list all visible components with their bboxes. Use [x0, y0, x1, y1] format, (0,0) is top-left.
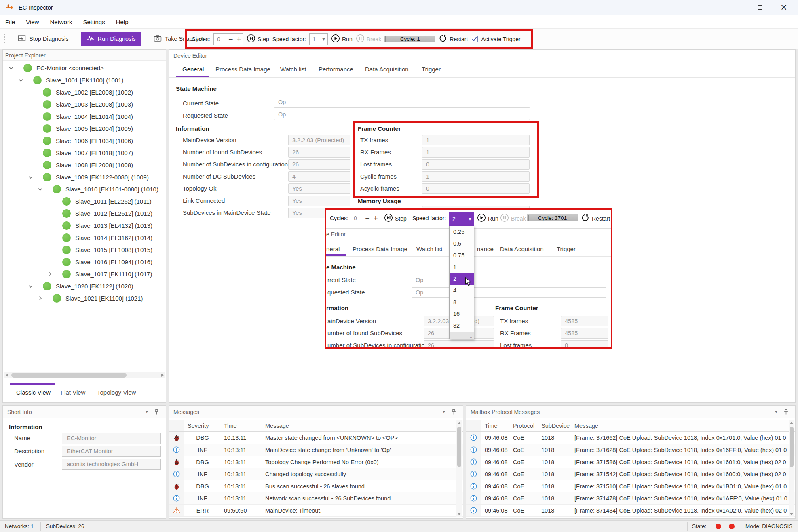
speed-factor-option[interactable]: 0.5	[450, 238, 474, 250]
speed-factor-option[interactable]: 16	[450, 308, 474, 320]
tab-data-acquisition[interactable]: Data Acquisition	[365, 66, 409, 73]
scroll-up-icon[interactable]	[790, 422, 793, 424]
tree-item[interactable]: Slave_1016 [EL1094] (1016)	[3, 256, 166, 268]
mailbox-message-row[interactable]: 09:46:08CoE1018[Frame: 371434] CoE Uploa…	[466, 505, 795, 517]
tree-item[interactable]: Slave_1013 [EL4132] (1013)	[3, 219, 166, 231]
column-header-time[interactable]: Time	[481, 423, 510, 429]
tab-general[interactable]: General	[182, 66, 204, 73]
tree-item[interactable]: Slave_1006 [EL1034] (1006)	[3, 135, 166, 147]
resize-grip[interactable]: .:	[450, 332, 474, 339]
collapse-arrow-icon[interactable]: ▾	[443, 409, 445, 414]
column-header-subdevice[interactable]: SubDevice	[538, 423, 571, 429]
pin-icon[interactable]	[451, 409, 456, 416]
tab-topology-view[interactable]: Topology View	[97, 389, 136, 396]
tree-item[interactable]: Slave_1007 [EL1018] (1007)	[3, 147, 166, 159]
cycles-decrement-button[interactable]: −	[363, 214, 372, 222]
scrollbar-thumb[interactable]	[790, 427, 794, 467]
tab-process-data-image[interactable]: Process Data Image	[215, 66, 270, 73]
message-row[interactable]: DBG10:13:11Master state changed from <UN…	[169, 432, 463, 444]
menu-item-settings[interactable]: Settings	[83, 19, 105, 25]
cycle-progress-bar[interactable]: Cycle: 1	[384, 36, 435, 42]
tab-nance[interactable]: nance	[477, 246, 494, 252]
tree-item[interactable]: Slave_1003 [EL2008] (1003)	[3, 98, 166, 110]
mailbox-message-row[interactable]: 09:46:08CoE1018[Frame: 371478] CoE Uploa…	[466, 492, 795, 505]
mailbox-message-row[interactable]: 09:46:08CoE1018[Frame: 371628] CoE Uploa…	[466, 444, 795, 456]
chevron-down-icon[interactable]	[37, 186, 43, 192]
tree-item[interactable]: Slave_1008 [EL2008] (1008)	[3, 159, 166, 171]
menu-item-view[interactable]: View	[26, 19, 39, 25]
mailbox-message-row[interactable]: 09:46:08CoE1018[Frame: 371510] CoE Uploa…	[466, 480, 795, 492]
tree-item[interactable]: Slave_1015 [EL1008] (1015)	[3, 244, 166, 256]
collapse-arrow-icon[interactable]: ▾	[146, 409, 148, 414]
message-row[interactable]: ERR09:50:50MainDevice: Timeout.	[169, 505, 463, 517]
restart-button[interactable]: Restart	[439, 34, 468, 44]
collapse-arrow-icon[interactable]: ▾	[775, 409, 777, 414]
menu-item-file[interactable]: File	[5, 19, 15, 25]
chevron-down-icon[interactable]	[27, 283, 34, 289]
tree-item[interactable]: EC-Monitor <connected>	[3, 62, 166, 74]
mailbox-message-row[interactable]: 09:46:08CoE1018[Frame: 371542] CoE Uploa…	[466, 468, 795, 480]
tab-flat-view[interactable]: Flat View	[61, 389, 85, 396]
column-header-message[interactable]: Message	[262, 423, 463, 429]
minimize-button[interactable]	[726, 0, 748, 15]
tree-item[interactable]: Slave_1021 [EK1100] (1021)	[3, 292, 166, 304]
mailbox-message-row[interactable]: 09:46:08CoE1018[Frame: 371662] CoE Uploa…	[466, 432, 795, 444]
break-button[interactable]: Break	[500, 213, 526, 223]
tree-item[interactable]: Slave_1017 [EK1110] (1017)	[3, 268, 166, 280]
column-header-message[interactable]: Message	[571, 423, 795, 429]
pin-icon[interactable]	[783, 409, 789, 416]
chevron-down-icon[interactable]	[8, 65, 14, 71]
cycles-increment-button[interactable]: +	[235, 36, 243, 43]
chevron-right-icon[interactable]	[37, 295, 43, 301]
scrollbar-thumb[interactable]	[457, 427, 461, 467]
chevron-down-icon[interactable]	[27, 174, 34, 180]
tab-trigger[interactable]: Trigger	[422, 66, 441, 73]
speed-factor-select[interactable]: 1 ▼	[309, 33, 328, 45]
tab-neral[interactable]: neral	[326, 246, 340, 252]
message-row[interactable]: INF10:13:11MainDevice state change from …	[169, 444, 463, 456]
column-header-severity[interactable]: Severity	[184, 423, 221, 429]
tree-item[interactable]: Slave_1002 [EL2008] (1002)	[3, 86, 166, 98]
message-row[interactable]: DBG10:13:11Topology Change Performed No …	[169, 456, 463, 468]
tab-trigger[interactable]: Trigger	[557, 246, 576, 252]
tree-item[interactable]: Slave_1009 [EK1122-0080] (1009)	[3, 171, 166, 183]
restart-button[interactable]: Restart	[581, 213, 610, 223]
tree-item[interactable]: Slave_1012 [EL2612] (1012)	[3, 207, 166, 219]
tree-item[interactable]: Slave_1011 [EL2252] (1011)	[3, 195, 166, 207]
tree-item[interactable]: Slave_1014 [EL3162] (1014)	[3, 231, 166, 244]
column-header-protocol[interactable]: Protocol	[510, 423, 538, 429]
chevron-down-icon[interactable]	[17, 77, 24, 83]
tab-process-data-image[interactable]: Process Data Image	[353, 246, 407, 252]
scroll-up-icon[interactable]	[458, 422, 461, 424]
column-header-time[interactable]: Time	[221, 423, 262, 429]
scrollbar-thumb[interactable]	[11, 373, 127, 378]
tree-item[interactable]: Slave_1020 [EK1122] (1020)	[3, 280, 166, 292]
run-button[interactable]: Run	[331, 34, 353, 44]
cycles-stepper[interactable]: 0 − +	[213, 33, 243, 45]
tree-item[interactable]: Slave_1004 [EL1014] (1004)	[3, 110, 166, 122]
tree-item[interactable]: Slave_1005 [EL2004] (1005)	[3, 122, 166, 135]
speed-factor-option[interactable]: 0.25	[450, 226, 474, 238]
speed-factor-option[interactable]: 32	[450, 320, 474, 332]
vendor-field[interactable]: acontis technologies GmbH	[62, 459, 161, 470]
cycles-decrement-button[interactable]: −	[227, 36, 235, 43]
tab-performance[interactable]: Performance	[319, 66, 353, 73]
activate-trigger-checkbox[interactable]	[471, 36, 478, 42]
tree-item[interactable]: Slave_1001 [EK1100] (1001)	[3, 74, 166, 86]
vertical-scrollbar[interactable]	[456, 420, 462, 517]
stop-diagnosis-button[interactable]: Stop Diagnosis	[15, 32, 72, 46]
mailbox-message-row[interactable]: 09:46:08CoE1018[Frame: 371586] CoE Uploa…	[466, 456, 795, 468]
run-button[interactable]: Run	[477, 213, 498, 223]
step-button[interactable]: Step	[384, 213, 407, 223]
cycle-progress-bar[interactable]: Cycle: 3701	[527, 214, 578, 221]
tab-watch-list[interactable]: Watch list	[280, 66, 306, 73]
cycles-increment-button[interactable]: +	[372, 214, 380, 222]
speed-factor-option[interactable]: 8	[450, 296, 474, 308]
toolbar-grip[interactable]	[4, 33, 6, 45]
scroll-left-icon[interactable]	[6, 374, 8, 377]
tree-item[interactable]: Slave_1010 [EK1101-0080] (1010)	[3, 183, 166, 195]
speed-factor-option[interactable]: 1	[450, 261, 474, 273]
close-button[interactable]: ×	[773, 0, 795, 15]
cycles-stepper[interactable]: 0 − +	[350, 212, 380, 224]
message-row[interactable]: INF10:13:11Changed topology successfully	[169, 468, 463, 480]
